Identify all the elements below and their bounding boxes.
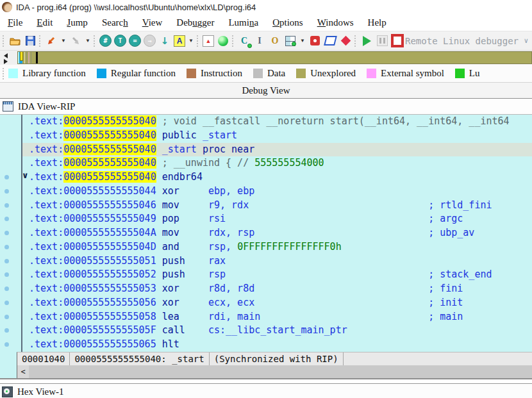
- open-file-button[interactable]: [8, 35, 21, 47]
- types-dropdown-icon[interactable]: ▼: [299, 38, 306, 44]
- disassembly-listing[interactable]: .text:0000555555555040 ; void __fastcall…: [0, 115, 532, 352]
- menu-search[interactable]: Search: [95, 17, 135, 28]
- listing-line[interactable]: .text:0000555555555040 ; __unwind { // 5…: [0, 156, 532, 170]
- menu-windows[interactable]: Windows: [310, 17, 361, 28]
- highlight-identifier-button[interactable]: A: [174, 35, 185, 47]
- code-segment: rdi, main: [208, 311, 428, 322]
- selection-tool-button[interactable]: [324, 35, 337, 47]
- breakpoint-dot-icon[interactable]: [4, 328, 9, 333]
- breakpoint-dot-icon[interactable]: [4, 245, 9, 249]
- code-segment: xor: [156, 297, 208, 308]
- menu-edit[interactable]: Edit: [29, 17, 60, 28]
- listing-line[interactable]: .text:0000555555555051 push rax: [0, 254, 532, 269]
- title-bar: IDA - prog.i64 (prog) \\wsl.localhost\Ub…: [0, 0, 532, 14]
- listing-line[interactable]: .text:0000555555555040 ; void __fastcall…: [0, 115, 532, 129]
- jump-segment-button[interactable]: =: [129, 35, 141, 47]
- listing-line[interactable]: .text:0000555555555049 pop rsi ; argc: [0, 212, 532, 226]
- listing-line[interactable]: .text:0000555555555058 lea rdi, main ; m…: [0, 310, 532, 324]
- scroll-left-icon[interactable]: [4, 53, 8, 58]
- code-segment: .text:000055555555504A: [29, 227, 156, 238]
- code-segment: .text:0000555555555051: [29, 255, 156, 267]
- breakpoint-dot-icon[interactable]: [4, 301, 9, 305]
- stop-process-button[interactable]: [391, 35, 404, 47]
- breakpoint-dot-icon[interactable]: [4, 286, 9, 291]
- breakpoint-list-button[interactable]: [308, 35, 321, 47]
- listing-line[interactable]: .text:0000555555555044 xor ebp, ebp: [0, 185, 532, 199]
- menu-lumina[interactable]: Lumina: [221, 17, 265, 28]
- chevron-down-icon: ∨: [524, 37, 528, 45]
- structs-button[interactable]: C: [238, 35, 251, 47]
- hex-view-header[interactable]: Hex View-1: [0, 383, 532, 398]
- listing-line[interactable]: .text:0000555555555065 hlt: [0, 338, 532, 352]
- toolbar-handle: [3, 35, 6, 47]
- jump-forward-button[interactable]: [69, 35, 82, 47]
- legend-swatch: [253, 69, 263, 78]
- breakpoint-dot-icon[interactable]: [4, 175, 9, 179]
- scrollbar-left-button[interactable]: <: [17, 365, 29, 378]
- listing-line[interactable]: .text:000055555555505F call cs:__libc_st…: [0, 324, 532, 338]
- color-legend: Library functionRegular functionInstruct…: [0, 65, 532, 82]
- debugger-selector-label: Remote Linux debugger: [405, 36, 519, 46]
- back-arrow-icon: [46, 36, 56, 46]
- scroll-right-icon[interactable]: [4, 59, 8, 64]
- breakpoint-dot-icon[interactable]: [4, 259, 9, 263]
- menu-options[interactable]: Options: [265, 17, 310, 28]
- breakpoint-dot-icon[interactable]: [4, 272, 9, 277]
- jump-toolbar-group: # T = → ↓ A ▼: [99, 35, 194, 47]
- code-segment: rsp: [208, 269, 428, 280]
- listing-line[interactable]: ∨.text:0000555555555040 endbr64: [0, 170, 532, 185]
- bookmark-button[interactable]: ▲: [203, 35, 214, 47]
- toolbar-handle: [232, 35, 235, 47]
- continue-process-button[interactable]: [360, 35, 373, 47]
- navigation-band[interactable]: [17, 51, 532, 64]
- menu-view[interactable]: View: [135, 17, 170, 28]
- jump-down-icon[interactable]: ↓: [158, 35, 171, 47]
- breakpoint-dot-icon[interactable]: [4, 315, 9, 319]
- jump-address-button[interactable]: #: [99, 35, 112, 47]
- disassembly-panel: .text:0000555555555040 ; void __fastcall…: [0, 115, 532, 378]
- listing-line[interactable]: .text:0000555555555040 _start proc near: [0, 143, 532, 157]
- code-segment: ; __unwind { //: [156, 157, 255, 169]
- watch-button[interactable]: [339, 35, 352, 47]
- code-segment: _start: [156, 144, 203, 155]
- enums-button[interactable]: O: [269, 35, 281, 47]
- menu-jump[interactable]: Jump: [60, 17, 95, 28]
- code-segment: .text:: [29, 157, 63, 169]
- code-segment: ; init: [428, 297, 463, 308]
- listing-line[interactable]: .text:0000555555555052 push rsp ; stack_…: [0, 268, 532, 282]
- listing-line[interactable]: .text:000055555555504A mov rdx, rsp ; ub…: [0, 226, 532, 240]
- menu-file[interactable]: File: [1, 17, 29, 28]
- breakpoint-dot-icon[interactable]: [4, 217, 9, 221]
- forward-dropdown-icon[interactable]: ▼: [85, 38, 91, 44]
- lumina-button[interactable]: [217, 35, 229, 47]
- breakpoint-dot-icon[interactable]: [4, 189, 9, 194]
- code-segment: rax: [208, 255, 226, 267]
- imports-button[interactable]: I: [253, 35, 266, 47]
- menu-help[interactable]: Help: [361, 17, 394, 28]
- ida-view-header[interactable]: IDA View-RIP: [0, 99, 532, 115]
- open-folder-icon: [10, 37, 21, 46]
- jump-name-button[interactable]: T: [114, 35, 126, 47]
- segments-button[interactable]: [284, 35, 297, 47]
- listing-line[interactable]: .text:0000555555555056 xor ecx, ecx ; in…: [0, 296, 532, 310]
- code-segment: ; main: [428, 311, 463, 322]
- jump-back-button[interactable]: [45, 35, 58, 47]
- save-button[interactable]: [24, 35, 37, 47]
- listing-line[interactable]: .text:0000555555555040 public _start: [0, 129, 532, 143]
- listing-line[interactable]: .text:0000555555555053 xor r8d, r8d ; fi…: [0, 282, 532, 296]
- horizontal-scrollbar[interactable]: <: [17, 365, 532, 378]
- highlight-dropdown-icon[interactable]: ▼: [188, 38, 194, 44]
- breakpoint-dot-icon[interactable]: [4, 203, 9, 208]
- play-icon: [363, 36, 371, 46]
- debugger-selector[interactable]: Remote Linux debugger ∨: [404, 36, 532, 46]
- listing-line[interactable]: .text:0000555555555046 mov r9, rdx ; rtl…: [0, 199, 532, 213]
- breakpoint-dot-icon[interactable]: [4, 342, 9, 347]
- code-segment: ; void __fastcall __noreturn start(__int…: [156, 115, 510, 127]
- listing-line[interactable]: .text:000055555555504D and rsp, 0FFFFFFF…: [0, 240, 532, 254]
- code-segment: rsi: [208, 213, 428, 224]
- back-dropdown-icon[interactable]: ▼: [60, 38, 67, 44]
- ida-view-title: IDA View-RIP: [18, 101, 75, 112]
- menu-debugger[interactable]: Debugger: [169, 17, 221, 28]
- breakpoint-dot-icon[interactable]: [4, 231, 9, 235]
- tab-debug-view[interactable]: Debug View: [242, 85, 290, 96]
